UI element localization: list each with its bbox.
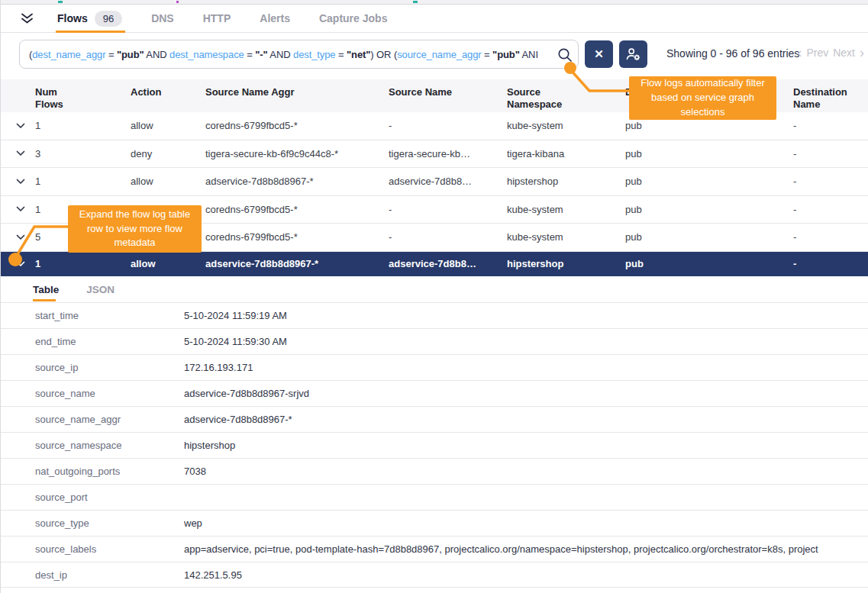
expand-cell[interactable] bbox=[16, 123, 35, 129]
header-action[interactable]: Action bbox=[131, 86, 205, 98]
graph-fragment bbox=[176, 1, 179, 3]
detail-tab-table[interactable]: Table bbox=[33, 279, 59, 300]
user-settings-button[interactable] bbox=[619, 40, 647, 68]
dest-name-cell: - bbox=[793, 148, 868, 160]
chevron-left-icon[interactable]: ‹ bbox=[797, 47, 802, 58]
detail-key: end_time bbox=[35, 336, 184, 347]
dest-name-cell: - bbox=[793, 120, 868, 131]
dest-name-aggr-cell: pub bbox=[625, 258, 793, 269]
detail-value: adservice-7d8b8d8967-* bbox=[184, 414, 868, 425]
source-name-cell: tigera-secure-kb… bbox=[389, 148, 507, 160]
dest-name-aggr-cell: pub bbox=[625, 204, 793, 215]
num-flows-cell: 1 bbox=[35, 258, 131, 269]
detail-row: source_namespacehipstershop bbox=[1, 432, 868, 458]
num-flows-cell: 1 bbox=[35, 120, 131, 131]
detail-key: source_name_aggr bbox=[35, 414, 184, 425]
tab-alerts[interactable]: Alerts bbox=[260, 5, 290, 32]
header-source-namespace[interactable]: Source Namespace bbox=[507, 86, 573, 111]
source-name-aggr-cell: coredns-6799fbcd5-* bbox=[205, 120, 389, 131]
callout-text: Expand the flow log table row to view mo… bbox=[74, 208, 195, 251]
detail-key: source_namespace bbox=[35, 440, 184, 451]
action-cell: allow bbox=[131, 258, 205, 269]
header-num-flows[interactable]: Num Flows bbox=[35, 86, 72, 111]
row-expand-chevron-icon[interactable] bbox=[16, 234, 25, 240]
dest-name-aggr-cell: pub bbox=[625, 176, 793, 187]
expand-cell[interactable] bbox=[16, 261, 35, 267]
source-namespace-cell: hipstershop bbox=[507, 176, 625, 187]
detail-key: dest_ip bbox=[35, 569, 184, 581]
flow-table-row[interactable]: 3denytigera-secure-kb-6f9c9c44c8-*tigera… bbox=[1, 140, 868, 169]
source-namespace-cell: kube-system bbox=[507, 120, 625, 131]
expand-cell[interactable] bbox=[16, 150, 35, 156]
filter-query-input[interactable]: (dest_name_aggr = "pub" AND dest_namespa… bbox=[19, 40, 579, 69]
x-icon: ✕ bbox=[594, 47, 604, 61]
tab-count-badge: 96 bbox=[95, 11, 122, 27]
detail-row: source_typewep bbox=[1, 510, 868, 536]
dest-name-aggr-cell: pub bbox=[625, 148, 793, 160]
tab-capture-jobs[interactable]: Capture Jobs bbox=[319, 5, 387, 32]
filter-query-text: (dest_name_aggr = "pub" AND dest_namespa… bbox=[29, 49, 538, 60]
detail-value: hipstershop bbox=[184, 440, 868, 451]
tab-label: DNS bbox=[151, 12, 174, 24]
source-name-aggr-cell: adservice-7d8b8d8967-* bbox=[205, 176, 389, 187]
dest-name-cell: - bbox=[793, 258, 868, 269]
query-field: dest_namespace bbox=[169, 49, 244, 60]
source-name-aggr-cell: coredns-6799fbcd5-* bbox=[205, 231, 389, 243]
detail-tab-json[interactable]: JSON bbox=[86, 279, 115, 300]
row-expand-chevron-icon[interactable] bbox=[16, 150, 25, 156]
clear-filter-button[interactable]: ✕ bbox=[585, 40, 613, 68]
next-button[interactable]: Next bbox=[833, 47, 855, 59]
row-expand-chevron-icon[interactable] bbox=[16, 123, 25, 129]
row-expand-chevron-icon[interactable] bbox=[16, 179, 25, 185]
detail-value: 5-10-2024 11:59:19 AM bbox=[184, 310, 868, 321]
expand-cell[interactable] bbox=[16, 179, 35, 185]
tab-dns[interactable]: DNS bbox=[151, 5, 174, 32]
action-cell: allow bbox=[131, 176, 205, 187]
prev-button[interactable]: Prev bbox=[806, 47, 828, 59]
row-expand-chevron-icon[interactable] bbox=[16, 206, 25, 212]
detail-value: wep bbox=[184, 517, 868, 529]
filter-toolbar: (dest_name_aggr = "pub" AND dest_namespa… bbox=[1, 37, 868, 70]
header-source-name-aggr[interactable]: Source Name Aggr bbox=[205, 86, 389, 98]
dest-name-cell: - bbox=[793, 231, 868, 243]
pagination-status: Showing 0 - 96 of 96 entries bbox=[666, 47, 799, 60]
tab-label: Capture Jobs bbox=[319, 12, 387, 24]
query-value: "-" bbox=[255, 49, 267, 60]
source-name-aggr-cell: adservice-7d8b8d8967-* bbox=[205, 258, 389, 269]
source-namespace-cell: kube-system bbox=[507, 204, 625, 215]
detail-key: source_labels bbox=[35, 543, 184, 555]
header-destination-name[interactable]: Destination Name bbox=[793, 86, 859, 111]
detail-row: dest_ip142.251.5.95 bbox=[1, 562, 868, 588]
num-flows-cell: 1 bbox=[35, 176, 131, 187]
query-text: = bbox=[482, 49, 493, 60]
expand-cell[interactable] bbox=[16, 206, 35, 212]
detail-value: adservice-7d8b8d8967-srjvd bbox=[184, 388, 868, 399]
chevron-double-down-icon bbox=[21, 12, 34, 24]
tab-label: Flows bbox=[57, 12, 88, 24]
expand-cell[interactable] bbox=[16, 234, 35, 240]
detail-row: source_ip172.16.193.171 bbox=[1, 354, 868, 380]
detail-row: source_nameadservice-7d8b8d8967-srjvd bbox=[1, 380, 868, 406]
detail-value: 172.16.193.171 bbox=[184, 362, 868, 373]
collapse-panel-button[interactable] bbox=[18, 9, 36, 27]
detail-value: 5-10-2024 11:59:30 AM bbox=[184, 336, 868, 347]
chevron-right-icon[interactable]: › bbox=[860, 47, 864, 58]
dest-name-aggr-cell: pub bbox=[625, 120, 793, 131]
search-icon[interactable] bbox=[557, 47, 573, 63]
tab-label: Alerts bbox=[260, 12, 290, 24]
callout-expand-tip: Expand the flow log table row to view mo… bbox=[68, 205, 202, 253]
query-value: "pub" bbox=[117, 49, 144, 60]
detail-value: 7038 bbox=[184, 466, 868, 477]
flow-logs-panel: Flows96DNSHTTPAlertsCapture Jobs (dest_n… bbox=[0, 0, 868, 593]
flow-table-row[interactable]: 1allowadservice-7d8b8d8967-*adservice-7d… bbox=[1, 252, 868, 276]
tab-http[interactable]: HTTP bbox=[203, 5, 231, 32]
flow-detail-panel: TableJSON start_time5-10-2024 11:59:19 A… bbox=[1, 276, 868, 588]
header-source-name[interactable]: Source Name bbox=[389, 86, 507, 98]
tab-flows[interactable]: Flows96 bbox=[57, 5, 122, 32]
flow-table-row[interactable]: 1allowadservice-7d8b8d8967-*adservice-7d… bbox=[1, 168, 868, 196]
action-cell: deny bbox=[131, 148, 205, 160]
callout-text: Flow logs automatically filter based on … bbox=[635, 76, 770, 120]
dest-name-cell: - bbox=[793, 176, 868, 187]
query-text: = bbox=[244, 49, 256, 60]
row-expand-chevron-icon[interactable] bbox=[16, 261, 25, 267]
